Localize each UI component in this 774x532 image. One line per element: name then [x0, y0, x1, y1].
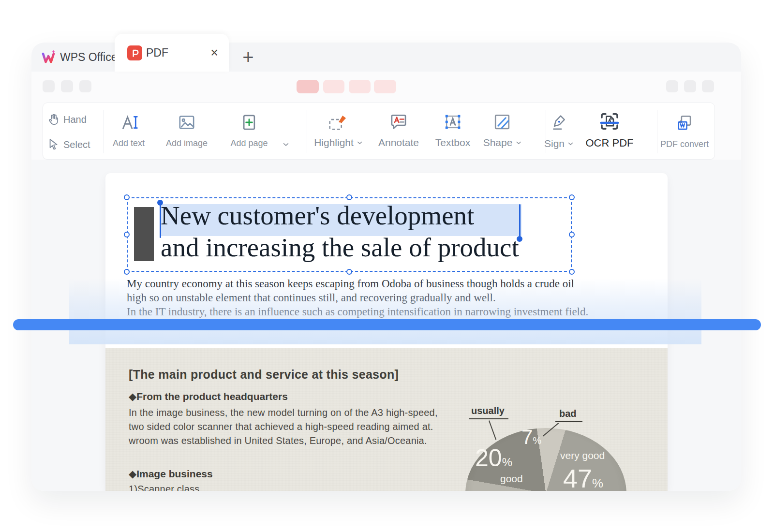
scanned-page-section: [The main product and service at this se…: [105, 348, 668, 491]
menu-pill-1: [297, 80, 319, 93]
hand-icon: [47, 113, 60, 126]
textbox-label: Textbox: [435, 137, 470, 148]
add-text-label: Add text: [113, 138, 145, 148]
add-image-button[interactable]: Add image: [167, 110, 206, 154]
highlight-icon: [327, 111, 349, 133]
window-button-6[interactable]: [702, 80, 714, 92]
close-tab-icon[interactable]: ×: [210, 46, 218, 59]
add-page-label: Add page: [230, 138, 268, 148]
pdf-file-icon: [127, 45, 142, 60]
app-window: WPS Office +: [31, 43, 741, 491]
pdf-convert-button[interactable]: PDF convert: [661, 110, 708, 154]
highlight-label: Highlight: [314, 137, 362, 148]
select-tool-button[interactable]: Select: [46, 137, 100, 152]
ocr-pdf-button[interactable]: OCR PDF: [585, 108, 634, 154]
menu-pill-3: [349, 80, 371, 93]
textbox-button[interactable]: Textbox: [431, 109, 475, 154]
tab-wps-office-label: WPS Office: [60, 51, 117, 64]
menu-pill-4: [374, 80, 396, 93]
ocr-pdf-label: OCR PDF: [586, 137, 634, 149]
pdf-page: New customer's development and increasin…: [105, 173, 668, 491]
wps-logo-icon: [41, 49, 56, 65]
scan-body-line3: wroom was established in United States, …: [129, 435, 427, 446]
pdf-convert-label: PDF convert: [660, 139, 709, 149]
selection-handle-se[interactable]: [569, 269, 575, 275]
select-tool-label: Select: [63, 139, 90, 150]
sign-label: Sign: [544, 138, 573, 149]
window-button-3[interactable]: [79, 80, 91, 92]
add-page-button[interactable]: Add page: [230, 110, 268, 154]
window-button-1[interactable]: [43, 80, 55, 92]
add-text-icon: [119, 113, 139, 132]
annotate-icon: [388, 111, 409, 133]
scan-subheading-1: ◆From the product headquarters: [129, 391, 288, 402]
chevron-down-icon: [516, 141, 521, 145]
selection-caret-start[interactable]: [160, 203, 161, 238]
textbox-icon: [442, 111, 463, 133]
shape-button[interactable]: Shape: [481, 109, 522, 154]
screenshot-stage: WPS Office +: [0, 0, 774, 532]
window-button-5[interactable]: [684, 80, 696, 92]
add-image-icon: [177, 113, 196, 132]
add-image-label: Add image: [166, 138, 208, 148]
annotate-label: Annotate: [378, 137, 419, 148]
hand-tool-button[interactable]: Hand: [47, 113, 100, 127]
cursor-select-icon: [46, 137, 60, 151]
chevron-down-icon: [568, 142, 573, 146]
ocr-scan-bar: [13, 319, 761, 330]
sign-button[interactable]: Sign: [540, 110, 578, 154]
add-page-chevron-icon[interactable]: [283, 143, 289, 147]
new-tab-button[interactable]: +: [237, 44, 260, 71]
shape-icon: [491, 111, 513, 133]
scan-body-line2: two sided color scanner that achieved a …: [129, 421, 433, 432]
pie-value-bad: 7%: [521, 426, 541, 449]
window-button-2[interactable]: [61, 80, 73, 92]
selection-caret-end-dot[interactable]: [517, 236, 522, 242]
tab-pdf[interactable]: PDF ×: [115, 34, 229, 72]
pie-leader-usually: [489, 420, 496, 440]
pie-label-very-good: very good: [560, 450, 605, 461]
add-page-icon: [239, 113, 259, 132]
selection-caret-end[interactable]: [519, 204, 521, 239]
menu-pill-2: [323, 80, 344, 93]
selection-handle-s[interactable]: [346, 269, 352, 275]
annotate-button[interactable]: Annotate: [377, 109, 420, 154]
chevron-down-icon: [357, 141, 362, 145]
sign-pen-icon: [550, 112, 569, 132]
selection-handle-nw[interactable]: [124, 194, 130, 200]
highlight-button[interactable]: Highlight: [314, 109, 362, 154]
scan-subheading-2: ◆Image business: [129, 468, 213, 480]
add-text-button[interactable]: Add text: [109, 110, 148, 154]
shape-label: Shape: [483, 137, 521, 148]
doc-paragraph-line3: In the IT industry, there is an influenc…: [127, 306, 588, 318]
ocr-scan-icon: [598, 110, 621, 133]
window-controls-row: [31, 72, 741, 103]
doc-paragraph-line2: high so on unstable element that continu…: [127, 292, 496, 304]
hand-tool-label: Hand: [63, 114, 87, 125]
pie-label-good: good: [500, 473, 523, 485]
pie-value-usually: 20%: [475, 444, 512, 472]
doc-paragraph-line1: My country economy at this season keeps …: [127, 278, 574, 290]
textbox-selection-frame[interactable]: [127, 197, 572, 272]
selection-handle-sw[interactable]: [124, 269, 130, 275]
window-button-4[interactable]: [666, 80, 678, 92]
pie-callout-bad: bad: [555, 408, 582, 422]
selection-handle-n[interactable]: [346, 194, 352, 200]
selection-handle-ne[interactable]: [569, 194, 575, 200]
selection-handle-e[interactable]: [569, 232, 575, 237]
scan-body-line1: In the image business, the new model tur…: [129, 407, 438, 418]
scan-heading: [The main product and service at this se…: [129, 368, 399, 382]
pie-value-very-good: 47%: [563, 463, 603, 491]
pdf-toolbar: Hand Select Add text: [43, 103, 715, 160]
selection-handle-w[interactable]: [124, 232, 130, 237]
pie-callout-usually: usually: [469, 405, 508, 419]
tab-pdf-label: PDF: [146, 46, 168, 59]
scan-list-item1: 1)Scanner class: [129, 484, 199, 491]
pdf-convert-icon: [674, 112, 695, 133]
